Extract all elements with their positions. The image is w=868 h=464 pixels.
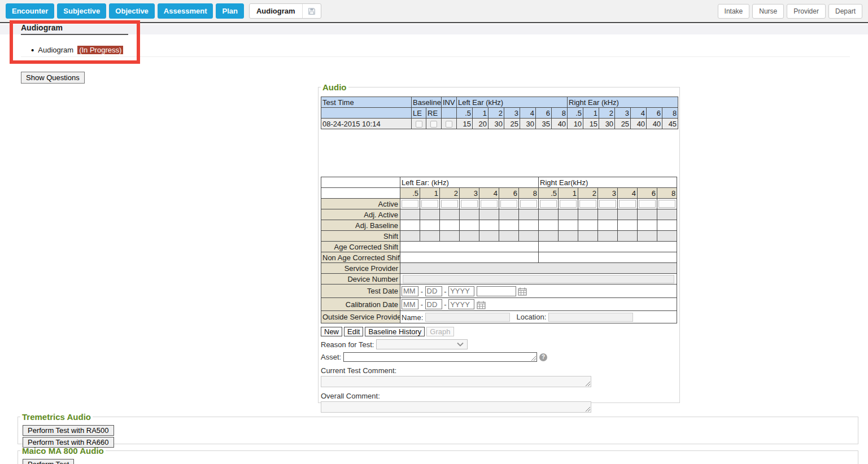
active-input[interactable] (540, 200, 557, 208)
col-inv: INV (442, 97, 457, 108)
nav-plan-button[interactable]: Plan (216, 3, 243, 19)
adj-baseline-cell (539, 220, 559, 231)
baseline-re-checkbox[interactable] (426, 119, 442, 129)
device-number-input[interactable] (403, 275, 674, 283)
provider-button[interactable]: Provider (787, 4, 826, 19)
active-cell[interactable] (578, 199, 598, 209)
baseline-history-button[interactable]: Baseline History (365, 327, 425, 336)
active-input[interactable] (560, 200, 577, 208)
active-input[interactable] (639, 200, 656, 208)
calibration-date-cell: - - (400, 298, 677, 311)
freq-header: 2 (578, 188, 598, 199)
active-cell[interactable] (460, 199, 479, 209)
nav-encounter-button[interactable]: Encounter (6, 3, 54, 19)
active-input[interactable] (481, 200, 498, 208)
audiogram-status-item[interactable]: • Audiogram (In Progress) (31, 46, 123, 54)
audiogram-tab[interactable]: Audiogram (249, 3, 321, 19)
row-label-adj-baseline: Adj. Baseline (321, 220, 400, 231)
shift-cell (499, 231, 519, 242)
resize-handle-icon (585, 381, 590, 386)
help-icon[interactable]: ? (539, 353, 547, 361)
freq-header: 4 (479, 188, 499, 199)
calibration-date-yyyy-input[interactable] (448, 299, 474, 309)
calendar-icon[interactable] (477, 301, 486, 309)
active-input[interactable] (619, 200, 636, 208)
adj-active-cell (479, 209, 499, 220)
nav-assessment-button[interactable]: Assessment (158, 3, 213, 19)
active-input[interactable] (658, 200, 675, 208)
baseline-le-checkbox[interactable] (412, 119, 426, 129)
active-cell[interactable] (598, 199, 618, 209)
nav-subjective-button[interactable]: Subjective (57, 3, 106, 19)
intake-button[interactable]: Intake (718, 4, 750, 19)
perform-test-ra500-button[interactable]: Perform Test with RA500 (23, 425, 114, 436)
freq-header: .5 (457, 108, 473, 119)
depart-button[interactable]: Depart (828, 4, 862, 19)
edit-button[interactable]: Edit (344, 327, 363, 336)
test-date-time-input[interactable] (477, 286, 516, 296)
left-ear-value: 30 (520, 119, 536, 129)
active-cell[interactable] (420, 199, 440, 209)
adj-active-cell (638, 209, 657, 220)
inv-checkbox[interactable] (442, 119, 457, 129)
calibration-date-dd-input[interactable] (425, 299, 442, 309)
osp-name-input[interactable] (425, 313, 510, 322)
audiogram-section-title[interactable]: Audiogram (21, 23, 128, 35)
reason-for-test-row: Reason for Test: (321, 339, 678, 349)
right-ear-value: 30 (599, 119, 615, 129)
active-input[interactable] (461, 200, 478, 208)
test-date-dd-input[interactable] (425, 286, 442, 296)
active-cell[interactable] (657, 199, 677, 209)
left-ear-value: 20 (473, 119, 488, 129)
active-cell[interactable] (499, 199, 519, 209)
shift-cell (578, 231, 598, 242)
adj-baseline-cell (460, 220, 479, 231)
col-inv-blank (442, 108, 457, 119)
new-button[interactable]: New (321, 327, 342, 336)
active-cell[interactable] (539, 199, 559, 209)
current-test-comment-textarea[interactable] (321, 376, 591, 387)
active-cell[interactable] (519, 199, 539, 209)
active-input[interactable] (500, 200, 517, 208)
active-cell[interactable] (559, 199, 578, 209)
osp-location-input[interactable] (548, 313, 633, 322)
active-input[interactable] (441, 200, 458, 208)
freq-header: 1 (473, 108, 488, 119)
table-row[interactable]: 08-24-2015 10:14 15 20 30 25 30 35 40 10… (321, 119, 678, 129)
calendar-icon[interactable] (518, 287, 527, 296)
freq-header: 6 (536, 108, 552, 119)
test-date-mm-input[interactable] (402, 286, 418, 296)
nav-objective-button[interactable]: Objective (109, 3, 155, 19)
active-cell[interactable] (479, 199, 499, 209)
calibration-date-mm-input[interactable] (402, 299, 418, 309)
freq-header: 8 (552, 108, 568, 119)
reason-for-test-select[interactable] (376, 339, 468, 349)
right-ear-value: 45 (662, 119, 678, 129)
maico-perform-test-button[interactable]: Perform Test (23, 459, 74, 464)
active-cell[interactable] (440, 199, 460, 209)
show-questions-button[interactable]: Show Questions (21, 72, 85, 84)
service-provider-value (400, 263, 677, 274)
col-le: LE (412, 108, 426, 119)
active-cell[interactable] (618, 199, 638, 209)
nurse-button[interactable]: Nurse (752, 4, 784, 19)
adj-baseline-cell (559, 220, 578, 231)
active-cell[interactable] (400, 199, 420, 209)
left-ear-value: 30 (488, 119, 504, 129)
test-date-yyyy-input[interactable] (448, 286, 474, 296)
active-cell[interactable] (638, 199, 657, 209)
active-input[interactable] (599, 200, 616, 208)
asset-input[interactable] (343, 352, 537, 362)
active-input[interactable] (421, 200, 438, 208)
adj-active-cell (618, 209, 638, 220)
adj-active-cell (400, 209, 420, 220)
save-button[interactable] (303, 5, 321, 17)
row-label-non-age-corrected-shift: Non Age Corrected Shift (321, 252, 400, 263)
toolbar-nav: Encounter Subjective Objective Assessmen… (6, 3, 321, 19)
shift-cell (618, 231, 638, 242)
date-dash: - (444, 287, 446, 295)
active-input[interactable] (579, 200, 596, 208)
active-input[interactable] (520, 200, 537, 208)
overall-comment-textarea[interactable] (321, 401, 591, 413)
active-input[interactable] (402, 200, 418, 208)
